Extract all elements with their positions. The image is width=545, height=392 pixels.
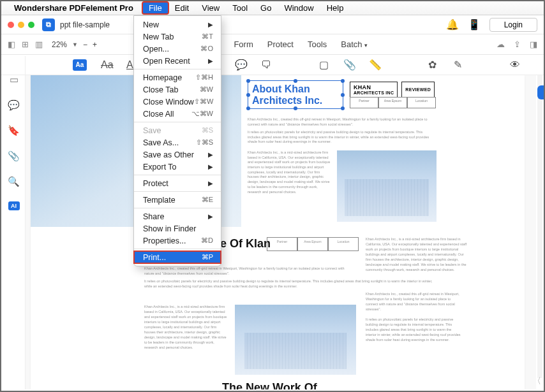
menu-save-other[interactable]: Save as Other▶ — [134, 149, 221, 161]
reviewed-badge: REVIEWED — [401, 82, 435, 98]
document-canvas[interactable]: About Khan Architects Inc. KHANARCHITECT… — [26, 75, 536, 389]
selection-handle[interactable] — [341, 79, 345, 83]
menu-view[interactable]: View — [195, 2, 226, 14]
menu-show-finder[interactable]: Show in Finder — [134, 222, 221, 235]
left-sidebar: ▭ 💬 🔖 📎 🔍 AI — [3, 56, 26, 389]
doc-heading-3: The New Work Of — [222, 381, 317, 389]
tab-tools[interactable]: Tools — [308, 40, 327, 49]
pdf-page[interactable]: About Khan Architects Inc. KHANARCHITECT… — [31, 75, 525, 389]
app-title-bar: ⧉ ppt file-sample 🔔 📱 Login — [1, 15, 544, 34]
doc-title-line1: About Khan — [252, 83, 339, 95]
shape-tool-icon[interactable]: ▢ — [318, 59, 329, 71]
doc-paragraph: Khan Architects Inc., created this off-g… — [144, 266, 355, 276]
menu-file[interactable]: File — [142, 2, 168, 14]
doc-paragraph: Khan Architects Inc., created this off-g… — [366, 292, 461, 343]
side-handle[interactable] — [537, 85, 544, 99]
menu-go[interactable]: Go — [254, 2, 278, 14]
attachment-tool-icon[interactable]: 📎 — [343, 59, 355, 71]
menu-protect[interactable]: Protect▶ — [134, 177, 221, 189]
selection-handle[interactable] — [246, 93, 250, 97]
menu-edit[interactable]: Edit — [168, 2, 195, 14]
table-cell: Partner — [267, 237, 297, 251]
strikethrough-tool[interactable]: Aa — [101, 59, 112, 71]
selection-handle[interactable] — [341, 93, 345, 97]
menu-close-all[interactable]: Close All⌥⌘W — [134, 108, 221, 120]
menu-print[interactable]: Print...⌘P — [134, 251, 221, 263]
menu-close-window[interactable]: Close Window⇧⌘W — [134, 96, 221, 108]
menu-template[interactable]: Template⌘E — [134, 194, 221, 206]
zoom-out-icon[interactable]: − — [83, 40, 87, 49]
selection-handle[interactable] — [246, 79, 250, 83]
doc-badges: KHANARCHITECTS INC REVIEWED — [350, 82, 435, 98]
menu-tool[interactable]: Tool — [226, 2, 254, 14]
close-window-icon[interactable] — [8, 22, 14, 28]
tab-batch[interactable]: Batch ▾ — [341, 40, 368, 49]
single-page-icon[interactable]: ▥ — [35, 40, 43, 49]
bell-icon[interactable]: 🔔 — [446, 18, 459, 31]
ai-button[interactable]: AI — [8, 201, 20, 210]
selection-handle[interactable] — [294, 79, 297, 83]
brand-badge: KHANARCHITECTS INC — [350, 82, 398, 98]
comments-icon[interactable]: 💬 — [8, 99, 20, 111]
attachments-icon[interactable]: 📎 — [8, 150, 20, 162]
stamp-tool-icon[interactable]: ✿ — [426, 59, 438, 71]
menu-help[interactable]: Help — [320, 2, 350, 14]
zoom-window-icon[interactable] — [28, 22, 34, 28]
doc-image — [337, 150, 437, 222]
selection-handle[interactable] — [341, 106, 345, 110]
table-cell: Location — [328, 237, 359, 251]
tab-form[interactable]: Form — [234, 40, 253, 49]
thumbnails-icon[interactable]: ⊞ — [22, 40, 29, 49]
page-thumbnail-icon[interactable]: ▭ — [10, 74, 19, 85]
highlight-tool[interactable]: Aa — [73, 59, 87, 71]
menu-share[interactable]: Share▶ — [134, 210, 221, 222]
bookmarks-icon[interactable]: 🔖 — [8, 125, 20, 136]
menu-properties[interactable]: Properties...⌘D — [134, 235, 221, 247]
doc-paragraph: Khan Architects Inc., is a mid-sized arc… — [366, 237, 468, 273]
login-button[interactable]: Login — [489, 18, 537, 32]
menu-close-tab[interactable]: Close Tab⌘W — [134, 83, 221, 96]
document-tab-title[interactable]: ppt file-sample — [60, 20, 110, 29]
menu-open[interactable]: Open...⌘O — [134, 43, 221, 55]
mobile-icon[interactable]: 📱 — [468, 18, 481, 31]
tab-protect[interactable]: Protect — [267, 40, 294, 49]
menu-new-tab[interactable]: New Tab⌘T — [134, 31, 221, 43]
hide-annotations-icon[interactable]: 👁 — [509, 59, 521, 71]
menu-export-to[interactable]: Export To▶ — [134, 161, 221, 173]
selection-handle[interactable] — [294, 106, 297, 110]
doc-paragraph: Khan Architects Inc., is a mid-sized arc… — [144, 305, 227, 351]
doc-info-table-2: Partner Area Epsom Location — [267, 237, 359, 251]
signature-tool-icon[interactable]: ✎ — [452, 59, 463, 71]
scroll-indicator[interactable]: 〈 — [533, 375, 541, 387]
sidebar-toggle-icon[interactable]: ◧ — [8, 40, 15, 49]
menu-window[interactable]: Window — [278, 2, 320, 14]
menu-new[interactable]: New▶ — [134, 18, 221, 31]
window-controls[interactable] — [8, 22, 34, 28]
doc-title-line2: Architects Inc. — [252, 95, 339, 106]
selection-handle[interactable] — [246, 106, 250, 110]
doc-paragraph: It relies on photovoltaic panels for ele… — [248, 130, 433, 145]
selected-text-frame[interactable]: About Khan Architects Inc. — [248, 80, 343, 109]
menu-save-as[interactable]: Save As...⇧⌘S — [134, 136, 221, 149]
zoom-value: 22% — [52, 40, 67, 49]
cloud-icon[interactable]: ☁ — [496, 40, 505, 49]
minimize-window-icon[interactable] — [18, 22, 24, 28]
zoom-in-icon[interactable]: + — [93, 40, 97, 49]
menu-open-recent[interactable]: Open Recent▶ — [134, 55, 221, 67]
menu-save: Save⌘S — [134, 124, 221, 136]
search-icon[interactable]: 🔍 — [8, 176, 20, 187]
scrollbar-track[interactable] — [537, 75, 542, 378]
menu-homepage[interactable]: Homepage⇧⌘H — [134, 71, 221, 83]
annotation-toolbar: Aa Aa Aa T 🅃 💬 🗨 ▢ 📎 📏 ✿ ✎ 👁 — [1, 55, 544, 75]
chevron-down-icon[interactable]: ▼ — [72, 41, 78, 48]
doc-paragraph: It relies on photovoltaic panels for ele… — [144, 279, 438, 289]
share-icon[interactable]: ⇪ — [514, 40, 521, 49]
callout-tool-icon[interactable]: 💬 — [235, 59, 246, 71]
measure-tool-icon[interactable]: 📏 — [369, 59, 380, 71]
zoom-control[interactable]: 22% ▼ − + — [52, 40, 97, 49]
app-icon: ⧉ — [42, 18, 55, 31]
panel-icon[interactable]: ◨ — [530, 40, 537, 49]
mac-menu-bar: Wondershare PDFelement Pro File Edit Vie… — [1, 1, 544, 15]
doc-paragraph: Khan Architects Inc., created this off-g… — [248, 117, 433, 127]
note-tool-icon[interactable]: 🗨 — [260, 59, 272, 71]
